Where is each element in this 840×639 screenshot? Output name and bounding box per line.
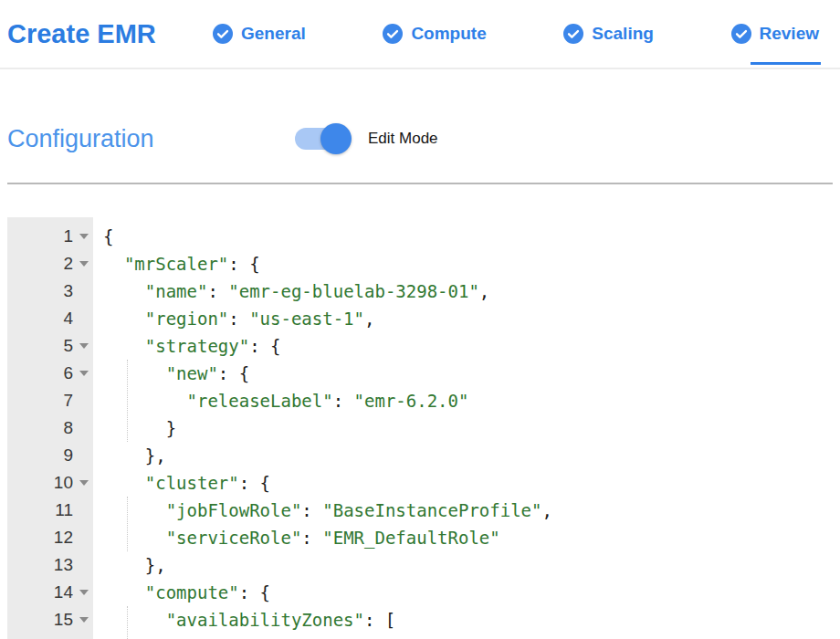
json-string-token: "emr-6.2.0"	[354, 391, 469, 411]
json-string-token: "emr-eg-bluelab-3298-01"	[228, 281, 479, 301]
json-punct-token	[103, 254, 124, 274]
line-number: 3	[63, 281, 73, 301]
json-punct-token: :	[207, 281, 228, 301]
editor-code-area[interactable]: { "mrScaler": { "name": "emr-eg-bluelab-…	[93, 217, 840, 639]
code-line-10[interactable]: "cluster": {	[103, 469, 840, 497]
line-number: 2	[63, 254, 73, 274]
tab-scaling[interactable]: Scaling	[563, 24, 654, 44]
code-line-1[interactable]: {	[103, 223, 840, 250]
code-line-4[interactable]: "region": "us-east-1",	[103, 305, 840, 332]
code-line-9[interactable]: },	[103, 442, 840, 469]
json-punct-token: : [	[364, 610, 395, 630]
json-punct-token	[103, 528, 166, 548]
code-line-2[interactable]: "mrScaler": {	[103, 250, 840, 278]
line-number: 15	[54, 610, 73, 630]
fold-arrow-icon[interactable]	[76, 585, 91, 600]
json-punct-token: : {	[239, 582, 270, 602]
gutter-row-9: 9	[7, 442, 93, 469]
wizard-header: Create EMR GeneralComputeScalingReview	[0, 0, 840, 69]
gutter-row-2: 2	[7, 250, 93, 278]
line-number: 6	[63, 363, 73, 383]
fold-arrow-icon[interactable]	[76, 476, 91, 490]
indent-guide	[127, 606, 128, 639]
code-line-6[interactable]: "new": {	[103, 360, 840, 387]
edit-mode-label: Edit Mode	[368, 130, 438, 148]
configuration-row: Configuration Edit Mode	[7, 120, 833, 157]
line-number: 9	[63, 445, 73, 466]
json-string-token: "mrScaler"	[124, 254, 228, 274]
tab-review[interactable]: Review	[731, 24, 819, 44]
json-punct-token	[103, 500, 166, 520]
code-line-11[interactable]: "jobFlowRole": "BaseInstanceProfile",	[103, 497, 840, 524]
tab-compute[interactable]: Compute	[383, 24, 486, 44]
json-string-token: "BaseInstanceProfile"	[322, 500, 541, 520]
section-divider	[7, 183, 833, 184]
json-punct-token: : {	[228, 254, 259, 274]
toggle-thumb[interactable]	[320, 123, 352, 154]
fold-arrow-icon[interactable]	[76, 229, 91, 244]
json-punct-token: :	[228, 309, 249, 329]
code-line-7[interactable]: "releaseLabel": "emr-6.2.0"	[103, 387, 840, 414]
json-punct-token	[103, 610, 166, 630]
create-emr-page: Create EMR GeneralComputeScalingReview C…	[0, 0, 840, 639]
code-line-16[interactable]: {	[103, 634, 840, 639]
gutter-row-3: 3	[7, 278, 93, 305]
code-line-8[interactable]: }	[103, 414, 840, 442]
json-punct-token: ,	[541, 500, 551, 520]
json-punct-token: :	[333, 391, 354, 411]
fold-arrow-icon[interactable]	[76, 257, 91, 271]
json-string-token: "jobFlowRole"	[166, 500, 302, 520]
code-line-15[interactable]: "availabilityZones": [	[103, 606, 840, 634]
fold-spacer	[76, 503, 91, 518]
json-punct-token: {	[103, 226, 113, 246]
json-punct-token	[103, 363, 166, 383]
json-string-token: "cluster"	[145, 473, 239, 493]
fold-spacer	[76, 393, 91, 408]
json-editor[interactable]: 12345678910111213141516 { "mrScaler": { …	[7, 217, 840, 639]
fold-spacer	[76, 530, 91, 545]
tab-general[interactable]: General	[213, 24, 306, 44]
indent-guide	[127, 497, 128, 551]
gutter-row-15: 15	[7, 606, 93, 634]
gutter-row-12: 12	[7, 524, 93, 551]
gutter-row-11: 11	[7, 497, 93, 524]
code-line-12[interactable]: "serviceRole": "EMR_DefaultRole"	[103, 524, 840, 551]
wizard-steps: GeneralComputeScalingReview	[213, 24, 819, 44]
json-punct-token: },	[103, 555, 166, 575]
tab-label: Review	[760, 24, 819, 44]
code-line-14[interactable]: "compute": {	[103, 579, 840, 606]
line-number: 1	[63, 226, 73, 246]
json-string-token: "serviceRole"	[166, 528, 302, 548]
tab-label: Compute	[411, 24, 486, 44]
edit-mode-toggle[interactable]	[295, 128, 346, 150]
fold-arrow-icon[interactable]	[76, 613, 91, 627]
line-number: 4	[63, 309, 73, 329]
gutter-row-10: 10	[7, 469, 93, 497]
code-line-13[interactable]: },	[103, 551, 840, 579]
editor-gutter: 12345678910111213141516	[7, 217, 93, 639]
json-string-token: "name"	[145, 281, 208, 301]
code-line-3[interactable]: "name": "emr-eg-bluelab-3298-01",	[103, 278, 840, 305]
json-punct-token: : {	[249, 336, 280, 356]
fold-spacer	[76, 284, 91, 299]
gutter-row-6: 6	[7, 360, 93, 387]
fold-spacer	[76, 311, 91, 326]
fold-arrow-icon[interactable]	[76, 339, 91, 353]
json-punct-token	[103, 309, 145, 329]
json-string-token: "new"	[166, 363, 218, 383]
json-punct-token: ,	[479, 281, 489, 301]
code-line-5[interactable]: "strategy": {	[103, 332, 840, 360]
fold-spacer	[76, 448, 91, 463]
line-number: 13	[54, 555, 73, 575]
check-circle-icon	[213, 24, 233, 44]
gutter-row-4: 4	[7, 305, 93, 332]
json-string-token: "compute"	[145, 582, 239, 602]
json-punct-token: ,	[364, 309, 374, 329]
gutter-row-8: 8	[7, 414, 93, 442]
json-punct-token: :	[301, 528, 322, 548]
check-circle-icon	[731, 24, 751, 44]
json-punct-token: : {	[239, 473, 270, 493]
fold-arrow-icon[interactable]	[76, 366, 91, 381]
line-number: 7	[63, 391, 73, 411]
check-circle-icon	[383, 24, 403, 44]
